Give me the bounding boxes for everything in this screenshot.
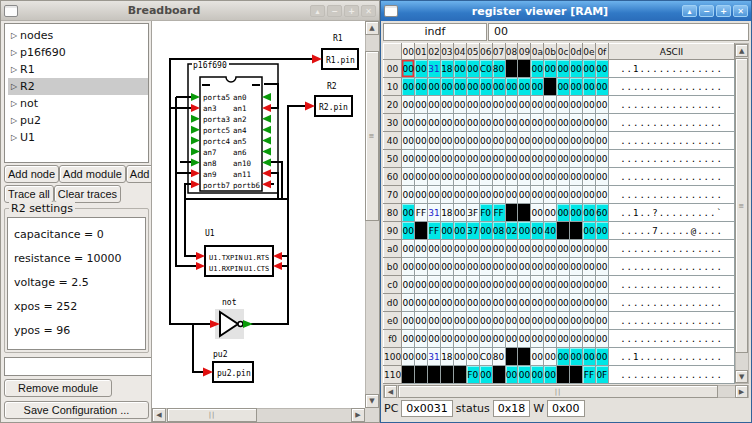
ram-cell[interactable]: 00 <box>453 150 466 168</box>
ram-cell[interactable]: 00 <box>570 312 583 330</box>
scrollbar-thumb[interactable]: || <box>398 385 718 398</box>
ram-cell[interactable]: 00 <box>518 132 531 150</box>
ram-cell[interactable]: 00 <box>518 240 531 258</box>
ram-cell[interactable]: 00 <box>544 330 557 348</box>
add-node-button[interactable]: Add node <box>4 165 59 183</box>
ram-cell[interactable]: 00 <box>492 132 505 150</box>
ram-cell[interactable]: 00 <box>518 168 531 186</box>
col-header[interactable]: 0e <box>582 44 595 60</box>
ram-cell[interactable]: 00 <box>505 114 518 132</box>
ram-cell[interactable]: 00 <box>479 96 492 114</box>
expander-icon[interactable]: ▷ <box>8 65 20 74</box>
ram-cell[interactable]: 00 <box>595 186 608 204</box>
ram-cell[interactable]: 00 <box>479 258 492 276</box>
scroll-right-icon[interactable]: ▶ <box>735 385 748 398</box>
ram-cell[interactable]: 00 <box>570 204 583 222</box>
ram-cell[interactable]: 00 <box>428 168 441 186</box>
minimize-button[interactable]: − <box>327 5 342 17</box>
row-header[interactable]: d0 <box>384 294 402 312</box>
ram-cell[interactable] <box>415 222 428 240</box>
ram-cell[interactable]: 00 <box>492 330 505 348</box>
ram-cell[interactable]: 00 <box>402 330 415 348</box>
ram-cell[interactable]: 00 <box>453 222 466 240</box>
ram-cell[interactable]: 00 <box>492 114 505 132</box>
ram-cell[interactable]: 00 <box>402 222 415 240</box>
register-value-field[interactable]: 00 <box>488 23 749 41</box>
maximize-button[interactable]: + <box>344 5 359 17</box>
col-header[interactable]: 00 <box>402 44 415 60</box>
ram-cell[interactable]: 00 <box>440 222 453 240</box>
ram-cell[interactable]: 00 <box>531 312 544 330</box>
ram-cell[interactable]: 00 <box>466 312 479 330</box>
ram-cell[interactable] <box>440 366 453 384</box>
ram-cell[interactable]: 00 <box>570 186 583 204</box>
ram-cell[interactable]: 00 <box>505 312 518 330</box>
ram-cell[interactable]: 00 <box>492 276 505 294</box>
ram-cell[interactable]: 00 <box>557 114 570 132</box>
ram-cell[interactable]: 00 <box>595 168 608 186</box>
ram-cell[interactable]: 00 <box>415 258 428 276</box>
register-viewer-titlebar[interactable]: register viewer [RAM] ▴ − + ✕ <box>381 1 751 21</box>
ram-cell[interactable]: 00 <box>415 150 428 168</box>
tree-item-R2[interactable]: ▷R2 <box>8 78 148 95</box>
ram-cell[interactable]: 00 <box>518 294 531 312</box>
row-header[interactable]: 90 <box>384 222 402 240</box>
row-header[interactable]: b0 <box>384 258 402 276</box>
row-header[interactable]: 00 <box>384 60 402 78</box>
ram-cell[interactable]: 00 <box>440 114 453 132</box>
ram-cell[interactable]: 00 <box>453 240 466 258</box>
ram-cell[interactable]: 00 <box>479 150 492 168</box>
ram-cell[interactable]: 00 <box>595 258 608 276</box>
ram-cell[interactable]: 00 <box>557 96 570 114</box>
ram-cell[interactable]: 00 <box>595 96 608 114</box>
ram-cell[interactable]: 00 <box>595 240 608 258</box>
ram-cell[interactable]: 00 <box>415 168 428 186</box>
ram-cell[interactable]: 00 <box>402 240 415 258</box>
ram-cell[interactable]: 00 <box>595 150 608 168</box>
ram-cell[interactable]: 00 <box>492 186 505 204</box>
breadboard-titlebar[interactable]: Breadboard ▴ − + ✕ <box>1 1 379 21</box>
ram-cell[interactable]: 40 <box>544 222 557 240</box>
ram-cell[interactable]: 00 <box>440 294 453 312</box>
ram-cell[interactable]: 00 <box>505 294 518 312</box>
ram-cell[interactable]: 00 <box>557 78 570 96</box>
ram-cell[interactable]: 00 <box>402 204 415 222</box>
ram-cell[interactable]: 00 <box>582 258 595 276</box>
ram-cell[interactable]: 00 <box>440 258 453 276</box>
ram-cell[interactable] <box>505 60 518 78</box>
ram-cell[interactable]: 00 <box>570 168 583 186</box>
ram-cell[interactable]: 00 <box>428 240 441 258</box>
ram-cell[interactable]: 00 <box>544 60 557 78</box>
ram-cell[interactable]: 00 <box>582 312 595 330</box>
ram-cell[interactable]: 00 <box>466 96 479 114</box>
ram-cell[interactable]: 00 <box>531 348 544 366</box>
ram-cell[interactable]: 00 <box>518 276 531 294</box>
ram-cell[interactable]: 00 <box>453 258 466 276</box>
col-header[interactable]: 04 <box>453 44 466 60</box>
ram-cell[interactable]: 80 <box>492 348 505 366</box>
ram-cell[interactable] <box>544 78 557 96</box>
ram-cell[interactable]: 00 <box>415 348 428 366</box>
ram-cell[interactable]: 00 <box>402 132 415 150</box>
col-header[interactable]: 06 <box>479 44 492 60</box>
breadboard-canvas[interactable]: p16f690 porta5 an3 porta3 portc5 portc4 … <box>151 21 379 422</box>
ram-cell[interactable]: 00 <box>466 258 479 276</box>
ram-cell[interactable]: 00 <box>544 186 557 204</box>
ram-cell[interactable]: 00 <box>557 132 570 150</box>
ram-cell[interactable]: 00 <box>479 78 492 96</box>
ram-cell[interactable]: 00 <box>440 78 453 96</box>
ram-cell[interactable]: 00 <box>492 150 505 168</box>
minimize-button[interactable]: − <box>699 5 714 17</box>
ram-cell[interactable]: 00 <box>582 276 595 294</box>
ram-cell[interactable]: 00 <box>505 366 518 384</box>
ram-cell[interactable]: 00 <box>440 132 453 150</box>
row-header[interactable]: 100 <box>384 348 402 366</box>
ram-cell[interactable]: 00 <box>505 186 518 204</box>
ram-cell[interactable]: 00 <box>428 96 441 114</box>
ram-cell[interactable]: 00 <box>570 240 583 258</box>
property-line[interactable]: voltage = 2.5 <box>14 271 145 295</box>
ram-cell[interactable]: 31 <box>428 204 441 222</box>
row-header[interactable]: 40 <box>384 132 402 150</box>
ram-cell[interactable]: 00 <box>531 366 544 384</box>
ram-cell[interactable]: 00 <box>570 150 583 168</box>
